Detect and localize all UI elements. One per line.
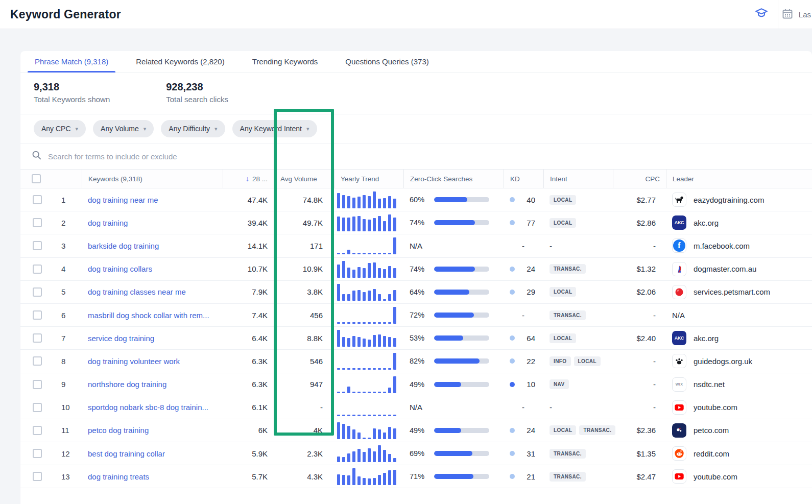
- row-checkbox[interactable]: [33, 310, 42, 320]
- header-kd[interactable]: KD: [504, 170, 543, 188]
- trend-bar: [357, 197, 361, 208]
- keyword-cell: dog training near me: [82, 188, 223, 211]
- header-intent[interactable]: Intent: [543, 170, 613, 188]
- row-index: 12: [49, 442, 82, 465]
- row-checkbox[interactable]: [33, 426, 42, 435]
- keyword-link[interactable]: barkside dog training: [88, 242, 159, 250]
- zero-click-value: 72%: [410, 311, 432, 319]
- tab-questions-queries[interactable]: Questions Queries (373): [338, 51, 436, 72]
- intent-badge: INFO: [550, 356, 571, 366]
- filter-keyword-intent[interactable]: Any Keyword Intent▾: [232, 120, 317, 137]
- header-zero-click-searches[interactable]: Zero-Click Searches: [403, 170, 504, 188]
- keyword-link[interactable]: northshore dog training: [88, 380, 166, 389]
- zero-click-bar: [434, 358, 489, 364]
- keyword-link[interactable]: dog training: [88, 219, 128, 227]
- tab-trending-keywords[interactable]: Trending Keywords: [245, 51, 325, 72]
- keyword-link[interactable]: sportdog nobark sbc-8 dog trainin...: [88, 403, 208, 412]
- stat-total-keywords: 9,318 Total Keywords shown: [34, 81, 110, 104]
- trend-bar: [357, 216, 361, 231]
- keyword-link[interactable]: dog training volunteer work: [88, 357, 180, 366]
- search-input[interactable]: [48, 152, 354, 161]
- cpc-cell: $1.35: [613, 442, 666, 465]
- leader-cell: WIX nsdtc.net: [666, 373, 812, 396]
- trend-bar: [383, 450, 386, 462]
- header-cpc[interactable]: CPC: [613, 170, 666, 188]
- trend-bar: [393, 470, 396, 485]
- trend-bar: [368, 478, 371, 485]
- filter-difficulty[interactable]: Any Difficulty▾: [161, 120, 225, 137]
- row-checkbox-cell: [20, 396, 49, 419]
- zero-click-cell: 71%: [403, 465, 504, 488]
- row-checkbox[interactable]: [33, 218, 42, 227]
- reddit-icon: [672, 446, 686, 461]
- header-avg-volume[interactable]: Avg Volume: [274, 170, 334, 188]
- row-checkbox[interactable]: [33, 403, 42, 412]
- keyword-link[interactable]: dog training classes near me: [88, 287, 186, 296]
- clicks-28-cell: 6.1K: [223, 396, 274, 419]
- intent-badge: LOCAL: [550, 425, 576, 435]
- kd-dot-icon: [510, 451, 515, 456]
- row-checkbox[interactable]: [33, 287, 42, 297]
- kd-cell: 31: [504, 442, 543, 465]
- row-checkbox[interactable]: [33, 265, 42, 274]
- keyword-link[interactable]: petco dog training: [88, 426, 149, 435]
- trend-bar: [373, 218, 376, 231]
- keyword-cell: dog training classes near me: [82, 281, 223, 303]
- keyword-link[interactable]: masbrill dog shock collar with rem...: [88, 311, 209, 320]
- keyword-link[interactable]: dog training treats: [88, 472, 149, 481]
- leader-domain: reddit.com: [694, 449, 729, 458]
- row-checkbox[interactable]: [33, 449, 42, 458]
- kd-cell: 77: [504, 211, 543, 234]
- keyword-link[interactable]: dog training collars: [88, 265, 152, 273]
- trend-bar: [383, 299, 386, 301]
- row-checkbox[interactable]: [33, 380, 42, 389]
- kd-value: 24: [522, 265, 535, 273]
- yearly-trend-cell: [334, 419, 403, 442]
- trend-bar: [347, 368, 350, 370]
- academy-button[interactable]: [750, 3, 773, 26]
- date-range-selector[interactable]: Las: [781, 8, 812, 21]
- cpc-cell: -: [613, 396, 666, 419]
- row-index: 11: [49, 419, 82, 442]
- keyword-link[interactable]: dog training near me: [88, 196, 158, 204]
- trend-bar: [378, 268, 381, 278]
- leader-cell: AKC akc.org: [666, 327, 812, 349]
- chevron-down-icon: ▾: [306, 126, 309, 132]
- kd-dot-icon: [510, 335, 515, 341]
- keyword-link[interactable]: service dog training: [88, 334, 154, 343]
- zero-click-bar: [434, 451, 489, 456]
- trend-bar: [347, 250, 350, 254]
- trend-bar: [378, 445, 381, 462]
- stat-value: 928,238: [166, 81, 228, 93]
- trend-bar: [347, 426, 350, 439]
- row-checkbox[interactable]: [33, 241, 42, 250]
- header-leader[interactable]: Leader: [666, 170, 812, 188]
- header-keywords[interactable]: Keywords (9,318): [82, 170, 223, 188]
- filter-cpc[interactable]: Any CPC▾: [34, 120, 86, 137]
- filter-volume[interactable]: Any Volume▾: [93, 120, 154, 137]
- zero-click-bar: [434, 313, 489, 318]
- cpc-cell: -: [613, 304, 666, 326]
- row-checkbox[interactable]: [33, 333, 42, 343]
- top-bar: Keyword Generator: [0, 0, 812, 29]
- tab-phrase-match[interactable]: Phrase Match (9,318): [28, 51, 115, 72]
- keyword-link[interactable]: best dog training collar: [88, 449, 165, 458]
- kd-value: -: [522, 311, 535, 320]
- trend-bar: [342, 253, 345, 254]
- leader-cell: petco.com: [666, 419, 812, 442]
- trend-bar: [357, 368, 361, 370]
- leader-domain: services.petsmart.com: [694, 287, 770, 296]
- row-checkbox[interactable]: [33, 472, 42, 481]
- row-index: 13: [49, 465, 82, 488]
- row-checkbox[interactable]: [33, 195, 42, 204]
- trend-bar: [352, 468, 355, 485]
- header-28-day-clicks[interactable]: ↓28 ...: [223, 170, 274, 188]
- intent-cell: INFOLOCAL: [543, 350, 613, 372]
- facebook-icon: f: [672, 238, 686, 253]
- tab-related-keywords[interactable]: Related Keywords (2,820): [129, 51, 231, 72]
- avg-volume-cell: -: [274, 396, 334, 419]
- row-checkbox[interactable]: [33, 356, 42, 366]
- trend-bar: [368, 448, 371, 462]
- select-all-checkbox[interactable]: [32, 174, 41, 183]
- trend-bar: [383, 433, 386, 439]
